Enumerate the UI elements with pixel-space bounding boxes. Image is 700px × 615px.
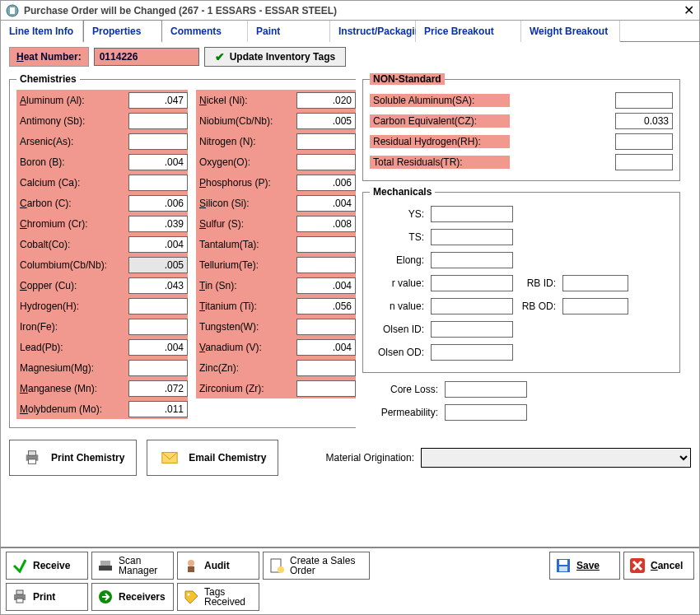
calcium-label: Calcium (Ca): [16, 176, 128, 189]
print-chemistry-label: Print Chemistry [51, 452, 124, 464]
create-sales-order-button[interactable]: Create a Sales Order [263, 552, 370, 580]
columbium-input[interactable] [128, 257, 188, 273]
core-loss-input[interactable] [445, 381, 527, 398]
material-origination-select[interactable] [421, 448, 691, 468]
cobalt-input[interactable] [128, 236, 188, 253]
rvalue-input[interactable] [431, 275, 513, 291]
tantalum-input[interactable] [296, 236, 356, 253]
tags-received-button[interactable]: Tags Received [177, 583, 259, 611]
nonstandard-legend: NON-Standard [370, 73, 445, 85]
residual-hydrogen-label: Residual Hydrogen(RH): [370, 135, 510, 148]
aluminum-input[interactable] [128, 92, 188, 109]
tin-input[interactable] [296, 277, 356, 294]
niobium-label: Niobium(Cb/Nb): [196, 114, 296, 128]
save-icon [555, 557, 572, 574]
aluminum-label: Aluminum (Al): [16, 94, 128, 107]
ts-input[interactable] [431, 229, 513, 245]
olsen-od-input[interactable] [431, 344, 513, 361]
elong-input[interactable] [431, 252, 513, 268]
create-sales-order-icon [268, 557, 285, 574]
printer-icon [12, 589, 28, 605]
tin-label: Tin (Sn): [196, 279, 296, 292]
copper-label: Copper (Cu): [16, 279, 128, 292]
window-title: Purchase Order will be Changed (267 - 1 … [24, 5, 337, 16]
niobium-input[interactable] [296, 113, 356, 129]
silicon-input[interactable] [296, 195, 356, 212]
svg-rect-6 [99, 566, 112, 571]
soluble-aluminum-input[interactable] [615, 92, 673, 109]
audit-button[interactable]: Audit [177, 552, 259, 580]
nickel-input[interactable] [296, 92, 356, 109]
hydrogen-input[interactable] [128, 298, 188, 314]
svg-rect-13 [559, 560, 567, 565]
copper-input[interactable] [128, 277, 188, 294]
cancel-icon [629, 557, 646, 574]
titanium-label: Titanium (Ti): [196, 300, 296, 313]
magnesium-label: Magnesium(Mg): [16, 361, 128, 375]
tab-price-breakout[interactable]: Price Breakout [416, 21, 521, 42]
tab-properties[interactable]: Properties [83, 20, 162, 43]
nvalue-label: n value: [370, 301, 424, 312]
hydrogen-label: Hydrogen(H): [16, 300, 128, 313]
vanadium-input[interactable] [296, 339, 356, 356]
permeability-input[interactable] [445, 404, 527, 421]
boron-input[interactable] [128, 154, 188, 170]
lead-input[interactable] [128, 339, 188, 356]
soluble-aluminum-label: Soluble Aluminum(SA): [370, 94, 510, 107]
zirconium-input[interactable] [296, 380, 356, 397]
ys-input[interactable] [431, 206, 513, 222]
tungsten-input[interactable] [296, 319, 356, 335]
sulfur-label: Sulfur (S): [196, 217, 296, 231]
heat-number-input[interactable] [94, 48, 199, 66]
email-chemistry-button[interactable]: Email Chemistry [147, 440, 278, 476]
residual-hydrogen-input[interactable] [615, 133, 673, 150]
nitrogen-input[interactable] [296, 133, 356, 150]
elong-label: Elong: [370, 254, 424, 266]
olsen-id-input[interactable] [431, 321, 513, 338]
print-button[interactable]: Print [6, 583, 88, 611]
update-inventory-tags-button[interactable]: ✔ Update Inventory Tags [204, 47, 346, 67]
tab-instruct-packaging[interactable]: Instruct/Packaging [330, 21, 416, 42]
close-icon[interactable]: ✕ [684, 5, 694, 16]
svg-rect-7 [100, 561, 110, 566]
calcium-input[interactable] [128, 175, 188, 191]
email-chemistry-label: Email Chemistry [189, 452, 266, 464]
iron-input[interactable] [128, 319, 188, 335]
receivers-button[interactable]: Receivers [91, 583, 174, 611]
carbon-label: Carbon (C): [16, 197, 128, 210]
titanium-input[interactable] [296, 298, 356, 314]
rbod-input[interactable] [562, 298, 628, 314]
check-icon: ✔ [215, 50, 225, 63]
scan-manager-button[interactable]: Scan Manager [91, 552, 174, 580]
chromium-input[interactable] [128, 216, 188, 232]
print-chemistry-button[interactable]: Print Chemistry [9, 440, 137, 476]
sulfur-input[interactable] [296, 216, 356, 232]
tellurium-input[interactable] [296, 257, 356, 273]
svg-rect-14 [559, 566, 567, 571]
manganese-input[interactable] [128, 380, 188, 397]
tab-comments[interactable]: Comments [162, 21, 248, 42]
tab-line-item-info[interactable]: Line Item Info [1, 21, 83, 42]
nvalue-input[interactable] [431, 298, 513, 314]
tab-weight-breakout[interactable]: Weight Breakout [521, 21, 620, 42]
svg-rect-1 [10, 7, 15, 14]
antimony-input[interactable] [128, 113, 188, 129]
chem-col-1: Aluminum (Al): Antimony (Sb): Arsenic(As… [16, 90, 188, 419]
magnesium-input[interactable] [128, 360, 188, 376]
tab-paint[interactable]: Paint [248, 21, 330, 42]
rbid-input[interactable] [562, 275, 628, 291]
arsenic-input[interactable] [128, 133, 188, 150]
cancel-button[interactable]: Cancel [623, 552, 694, 580]
carbon-input[interactable] [128, 195, 188, 212]
boron-label: Boron (B): [16, 156, 128, 169]
save-button[interactable]: Save [549, 552, 620, 580]
total-residuals-input[interactable] [615, 154, 673, 170]
oxygen-input[interactable] [296, 154, 356, 170]
carbon-equivalent-input[interactable] [615, 113, 673, 129]
lead-label: Lead(Pb): [16, 341, 128, 354]
heat-number-label: Heat Number: [9, 47, 89, 67]
molybdenum-input[interactable] [128, 401, 188, 417]
receive-button[interactable]: Receive [6, 552, 88, 580]
phosphorus-input[interactable] [296, 175, 356, 191]
zinc-input[interactable] [296, 360, 356, 376]
